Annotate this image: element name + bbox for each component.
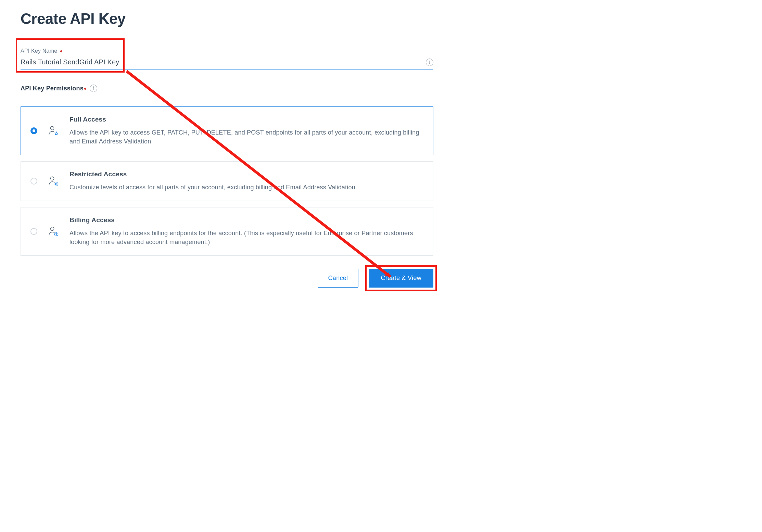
user-dollar-icon [47, 226, 60, 237]
page-title: Create API Key [21, 10, 433, 27]
api-key-name-label: API Key Name [21, 48, 62, 54]
svg-point-0 [51, 126, 54, 130]
radio-restricted-access[interactable] [30, 178, 37, 185]
permissions-label: API Key Permissions [21, 85, 86, 92]
permissions-options: Full Access Allows the API key to access… [21, 106, 433, 256]
api-key-name-label-text: API Key Name [21, 48, 57, 54]
svg-point-2 [55, 183, 57, 185]
radio-full-access[interactable] [30, 127, 37, 134]
option-billing-access[interactable]: Billing Access Allows the API key to acc… [21, 207, 433, 256]
option-full-title: Full Access [69, 116, 423, 123]
option-full-access[interactable]: Full Access Allows the API key to access… [21, 106, 433, 155]
option-restricted-desc: Customize levels of access for all parts… [69, 183, 423, 192]
info-icon[interactable]: i [90, 85, 97, 92]
info-icon[interactable]: i [426, 59, 433, 66]
option-restricted-access[interactable]: Restricted Access Customize levels of ac… [21, 161, 433, 201]
option-restricted-title: Restricted Access [69, 170, 423, 178]
api-key-name-input[interactable] [21, 56, 433, 69]
user-star-icon [47, 125, 60, 137]
radio-billing-access[interactable] [30, 228, 37, 235]
required-dot-icon [84, 88, 86, 90]
option-billing-desc: Allows the API key to access billing end… [69, 229, 423, 246]
action-buttons: Cancel Create & View [21, 269, 433, 288]
permissions-header: API Key Permissions i [21, 85, 433, 92]
svg-point-3 [51, 227, 54, 231]
create-and-view-button[interactable]: Create & View [369, 269, 433, 288]
cancel-button[interactable]: Cancel [318, 269, 359, 288]
option-full-desc: Allows the API key to access GET, PATCH,… [69, 128, 423, 146]
option-full-text: Full Access Allows the API key to access… [69, 116, 423, 146]
required-dot-icon [60, 50, 62, 52]
permissions-label-text: API Key Permissions [21, 85, 84, 92]
user-gear-icon [47, 175, 60, 187]
api-key-name-field: API Key Name i [21, 48, 433, 69]
svg-point-1 [51, 177, 54, 180]
option-billing-text: Billing Access Allows the API key to acc… [69, 216, 423, 246]
option-restricted-text: Restricted Access Customize levels of ac… [69, 170, 423, 192]
option-billing-title: Billing Access [69, 216, 423, 224]
